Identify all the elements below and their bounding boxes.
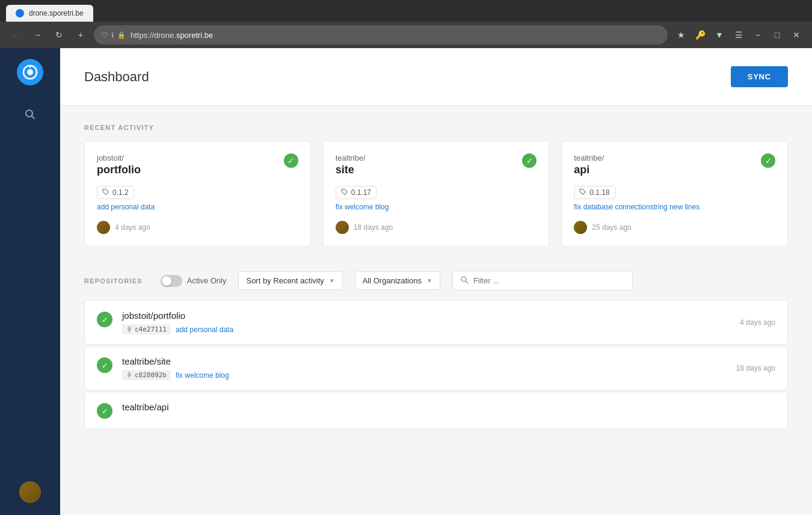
card-1-status-icon: ✓ bbox=[284, 153, 298, 168]
card-3-avatar bbox=[574, 221, 587, 234]
card-1-time: 4 days ago bbox=[115, 223, 150, 232]
activity-card-1[interactable]: ✓ jobstoit/ portfolio 0.1.2 add personal… bbox=[84, 141, 311, 247]
maximize-button[interactable]: □ bbox=[769, 26, 786, 43]
sort-label: Sort by Recent activity bbox=[246, 276, 324, 285]
card-2-commit-msg: fix welcome blog bbox=[336, 203, 537, 211]
repo-3-info: tealtribe/api bbox=[122, 402, 775, 416]
forward-button[interactable]: → bbox=[29, 26, 46, 43]
sidebar bbox=[0, 48, 60, 515]
reload-button[interactable]: ↻ bbox=[51, 26, 67, 43]
repo-1-commit-hash: c4e27111 bbox=[135, 325, 167, 333]
browser-tabs: drone.sporetri.be bbox=[0, 0, 812, 22]
orgs-label: All Organizations bbox=[363, 276, 422, 285]
page-title: Dashboard bbox=[84, 69, 149, 85]
card-1-tag-label: 0.1.2 bbox=[112, 188, 129, 197]
sidebar-logo[interactable] bbox=[0, 48, 60, 96]
sync-button[interactable]: SYNC bbox=[731, 66, 788, 87]
repo-2-commit-msg: fix welcome blog bbox=[176, 371, 229, 380]
active-only-label: Active Only bbox=[187, 276, 227, 285]
card-3-time: 25 days ago bbox=[592, 223, 631, 232]
active-tab[interactable]: drone.sporetri.be bbox=[6, 5, 93, 22]
repo-row-3[interactable]: ✓ tealtribe/api bbox=[84, 392, 788, 429]
sidebar-search-button[interactable] bbox=[0, 96, 60, 132]
repo-2-info: tealtribe/site bbox=[122, 356, 727, 380]
sort-dropdown-arrow: ▼ bbox=[329, 277, 335, 284]
sort-dropdown[interactable]: Sort by Recent activity ▼ bbox=[238, 271, 342, 290]
back-button[interactable]: ← bbox=[7, 26, 24, 43]
new-tab-button[interactable]: + bbox=[72, 26, 89, 43]
repo-1-info: jobstoit/portfolio bbox=[122, 310, 730, 335]
address-icons: 🛡 ℹ 🔒 bbox=[101, 31, 126, 39]
browser-toolbar: ← → ↻ + 🛡 ℹ 🔒 https://drone.sporetri.be … bbox=[0, 22, 812, 48]
bookmark-button[interactable]: ★ bbox=[672, 26, 689, 43]
card-3-name: api bbox=[574, 164, 775, 176]
repo-row-1[interactable]: ✓ jobstoit/portfolio bbox=[84, 300, 788, 345]
user-avatar[interactable] bbox=[19, 481, 41, 503]
card-2-org: tealtribe/ bbox=[336, 153, 537, 162]
svg-point-13 bbox=[128, 374, 131, 376]
logo-icon bbox=[17, 59, 43, 85]
key-button[interactable]: 🔑 bbox=[692, 26, 709, 43]
card-1-commit-msg: add personal data bbox=[97, 203, 298, 211]
card-1-tag: 0.1.2 bbox=[97, 186, 134, 199]
minimize-button[interactable]: − bbox=[749, 26, 766, 43]
content-area: RECENT ACTIVITY ✓ jobstoit/ portfolio bbox=[60, 106, 812, 515]
card-1-name: portfolio bbox=[97, 164, 298, 176]
address-text: https://drone.sporetri.be bbox=[131, 31, 213, 40]
repo-1-commit-msg: add personal data bbox=[176, 325, 233, 334]
orgs-dropdown[interactable]: All Organizations ▼ bbox=[355, 271, 440, 290]
card-1-org: jobstoit/ bbox=[97, 153, 298, 162]
page-header: Dashboard SYNC bbox=[60, 48, 812, 106]
filter-input-wrap[interactable] bbox=[452, 271, 633, 291]
filter-input[interactable] bbox=[473, 276, 625, 285]
shield-icon: 🛡 bbox=[101, 31, 108, 39]
recent-activity-heading: RECENT ACTIVITY bbox=[84, 124, 788, 131]
repositories-section: REPOSITORIES Active Only Sort by Recent … bbox=[84, 271, 788, 429]
activity-card-3[interactable]: ✓ tealtribe/ api 0.1.18 fix database con… bbox=[561, 141, 788, 247]
commit-icon-1 bbox=[126, 326, 132, 333]
close-button[interactable]: ✕ bbox=[788, 26, 805, 43]
menu-button[interactable]: ☰ bbox=[730, 26, 747, 43]
repo-2-commit-hash: c828092b bbox=[135, 371, 167, 379]
browser-chrome: drone.sporetri.be ← → ↻ + 🛡 ℹ 🔒 https://… bbox=[0, 0, 812, 48]
tab-favicon bbox=[16, 9, 24, 17]
card-3-tag-label: 0.1.18 bbox=[589, 188, 609, 197]
card-3-tag: 0.1.18 bbox=[574, 186, 615, 199]
repo-row-2[interactable]: ✓ tealtribe/site bbox=[84, 346, 788, 390]
lock-icon: 🔒 bbox=[117, 31, 126, 39]
info-icon: ℹ bbox=[111, 31, 114, 39]
card-2-name: site bbox=[336, 164, 537, 176]
svg-point-10 bbox=[128, 328, 131, 330]
card-1-footer: 4 days ago bbox=[97, 221, 298, 234]
repos-header: REPOSITORIES Active Only Sort by Recent … bbox=[84, 271, 788, 291]
card-2-time: 18 days ago bbox=[354, 223, 393, 232]
address-domain: sporetri.be bbox=[176, 31, 213, 40]
card-1-avatar bbox=[97, 221, 110, 234]
toolbar-actions: ★ 🔑 ▼ ☰ − □ ✕ bbox=[672, 26, 805, 43]
repo-2-time: 18 days ago bbox=[736, 364, 775, 372]
card-3-commit-msg: fix database connectionstring new lines bbox=[574, 203, 775, 211]
app-container: Dashboard SYNC RECENT ACTIVITY ✓ jobstoi… bbox=[0, 48, 812, 515]
repo-list: ✓ jobstoit/portfolio bbox=[84, 300, 788, 429]
repo-3-status-icon: ✓ bbox=[97, 403, 112, 419]
repo-3-name: tealtribe/api bbox=[122, 402, 775, 412]
activity-card-2[interactable]: ✓ tealtribe/ site 0.1.17 fix welcome blo… bbox=[323, 141, 550, 247]
repos-heading: REPOSITORIES bbox=[84, 277, 143, 285]
card-2-footer: 18 days ago bbox=[336, 221, 537, 234]
filter-search-icon bbox=[460, 276, 469, 286]
dropdown-button[interactable]: ▼ bbox=[711, 26, 728, 43]
active-only-toggle-wrap: Active Only bbox=[161, 275, 227, 287]
active-only-toggle[interactable] bbox=[161, 275, 182, 287]
recent-activity-cards: ✓ jobstoit/ portfolio 0.1.2 add personal… bbox=[84, 141, 788, 247]
repo-1-name: jobstoit/portfolio bbox=[122, 310, 730, 321]
svg-point-6 bbox=[342, 190, 343, 191]
card-2-avatar bbox=[336, 221, 349, 234]
tag-icon-3 bbox=[579, 188, 586, 197]
card-3-org: tealtribe/ bbox=[574, 153, 775, 162]
card-3-footer: 25 days ago bbox=[574, 221, 775, 234]
orgs-dropdown-arrow: ▼ bbox=[426, 277, 432, 284]
repo-1-status-icon: ✓ bbox=[97, 312, 112, 327]
svg-line-9 bbox=[466, 281, 468, 283]
address-bar[interactable]: 🛡 ℹ 🔒 https://drone.sporetri.be bbox=[94, 25, 668, 45]
repo-1-meta: c4e27111 add personal data bbox=[122, 324, 730, 335]
